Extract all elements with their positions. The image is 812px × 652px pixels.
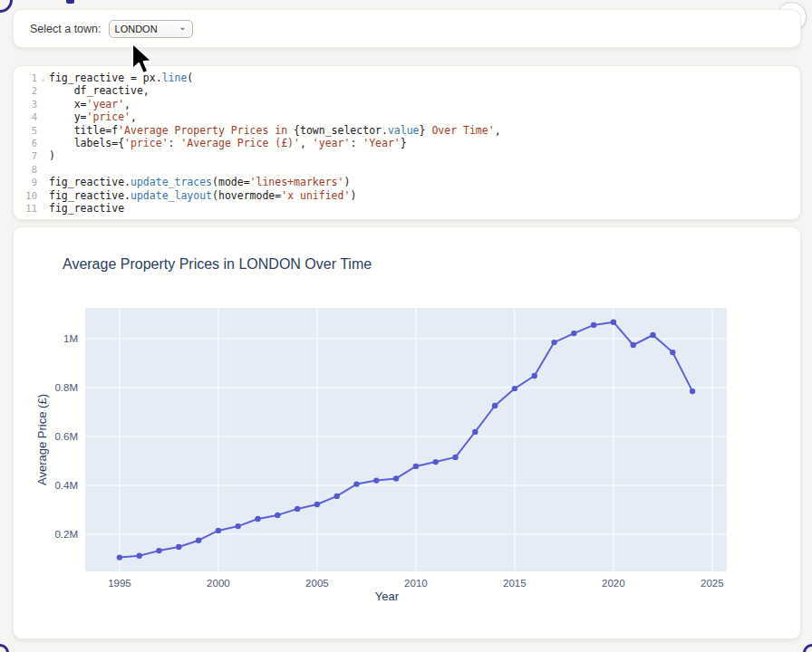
data-point[interactable] — [670, 350, 675, 355]
data-point[interactable] — [532, 373, 537, 379]
data-point[interactable] — [353, 481, 359, 486]
x-tick-label: 2000 — [207, 578, 230, 589]
fold-spacer — [37, 163, 49, 176]
y-tick-label: 1M — [63, 333, 78, 344]
code-text: ) — [49, 149, 800, 162]
data-point[interactable] — [373, 477, 379, 483]
code-line[interactable]: 6 labels={'price': 'Average Price (£)', … — [14, 137, 800, 149]
fold-spacer — [37, 189, 49, 202]
data-point[interactable] — [216, 528, 221, 533]
line-number: 8 — [14, 163, 37, 176]
data-point[interactable] — [433, 459, 439, 465]
corner-arc-decoration — [0, 0, 13, 13]
data-point[interactable] — [236, 523, 241, 529]
data-point[interactable] — [295, 506, 300, 512]
line-number: 7 — [14, 149, 37, 162]
y-tick-label: 0.4M — [54, 480, 78, 491]
data-point[interactable] — [137, 553, 142, 559]
line-number: 11 — [14, 202, 37, 215]
data-point[interactable] — [176, 544, 181, 550]
fold-spacer — [37, 149, 49, 162]
x-tick-label: 1995 — [108, 578, 131, 589]
x-tick-label: 2020 — [602, 578, 625, 589]
data-point[interactable] — [413, 464, 419, 469]
town-select-label: Select a town: — [30, 23, 102, 35]
line-number: 10 — [14, 189, 37, 202]
code-line[interactable]: 8 — [14, 163, 800, 176]
corner-arc-decoration — [0, 644, 9, 652]
code-line[interactable]: 5 title=f'Average Property Prices in {to… — [14, 124, 800, 137]
data-point[interactable] — [334, 494, 340, 499]
y-axis-title: Average Price (£) — [35, 394, 49, 485]
fold-spacer — [37, 137, 49, 149]
line-number: 5 — [14, 124, 37, 137]
code-line[interactable]: 11fig_reactive — [14, 202, 800, 215]
code-line[interactable]: 2 df_reactive, — [14, 84, 800, 97]
data-point[interactable] — [512, 386, 517, 391]
code-line[interactable]: 7) — [14, 149, 800, 162]
top-edge-mark-decoration — [66, 0, 74, 4]
fold-spacer — [37, 84, 49, 97]
x-tick-label: 2025 — [701, 578, 724, 589]
code-editor-cell[interactable]: 1⌄fig_reactive = px.line(2 df_reactive,3… — [13, 65, 801, 220]
data-point[interactable] — [650, 332, 655, 338]
code-line[interactable]: 9fig_reactive.update_traces(mode='lines+… — [14, 176, 800, 188]
data-point[interactable] — [492, 403, 498, 408]
code-text: fig_reactive.update_traces(mode='lines+m… — [49, 176, 800, 188]
line-number: 6 — [14, 137, 37, 149]
data-point[interactable] — [551, 340, 556, 345]
data-point[interactable] — [314, 502, 320, 507]
line-number: 2 — [14, 84, 37, 97]
x-tick-label: 2015 — [503, 578, 527, 589]
fold-chevron-icon[interactable]: ⌄ — [37, 72, 49, 84]
chart-output-cell: Average Property Prices in LONDON Over T… — [13, 226, 801, 639]
line-number: 3 — [14, 98, 37, 110]
y-tick-label: 0.6M — [54, 431, 78, 442]
data-point[interactable] — [196, 538, 201, 543]
data-point[interactable] — [690, 388, 695, 394]
corner-arc-decoration — [803, 644, 812, 652]
y-tick-label: 0.8M — [54, 382, 78, 393]
fold-spacer — [37, 110, 49, 123]
data-point[interactable] — [591, 322, 596, 328]
code-text: y='price', — [49, 110, 800, 123]
data-point[interactable] — [393, 475, 399, 481]
x-tick-label: 2005 — [305, 578, 329, 589]
line-number: 1 — [14, 72, 37, 84]
fold-spacer — [37, 124, 49, 137]
code-text: fig_reactive — [49, 202, 800, 215]
mouse-cursor-icon — [130, 42, 157, 78]
data-point[interactable] — [156, 548, 161, 553]
line-chart[interactable]: 19952000200520102015202020250.2M0.4M0.6M… — [14, 227, 800, 638]
town-select-dropdown[interactable]: LONDON ⌄ — [109, 20, 193, 38]
code-text: title=f'Average Property Prices in {town… — [49, 124, 800, 137]
fold-spacer — [37, 202, 49, 215]
fold-spacer — [37, 176, 49, 188]
data-point[interactable] — [571, 331, 576, 336]
data-point[interactable] — [631, 342, 636, 348]
code-lines: 1⌄fig_reactive = px.line(2 df_reactive,3… — [14, 72, 800, 215]
code-text: fig_reactive.update_layout(hovermode='x … — [49, 189, 800, 202]
town-select-value: LONDON — [115, 24, 158, 34]
data-point[interactable] — [611, 320, 616, 325]
y-tick-label: 0.2M — [54, 529, 78, 540]
plot-area — [85, 308, 727, 571]
x-tick-label: 2010 — [404, 578, 428, 589]
code-line[interactable]: 10fig_reactive.update_layout(hovermode='… — [14, 189, 800, 202]
data-point[interactable] — [255, 516, 260, 522]
code-line[interactable]: 3 x='year', — [14, 98, 800, 110]
fold-spacer — [37, 98, 49, 110]
chevron-down-icon: ⌄ — [179, 23, 186, 32]
code-text — [49, 163, 800, 176]
data-point[interactable] — [117, 554, 122, 560]
code-text: x='year', — [49, 98, 800, 110]
data-point[interactable] — [275, 513, 280, 518]
code-text: labels={'price': 'Average Price (£)', 'y… — [49, 137, 800, 149]
data-point[interactable] — [452, 455, 458, 460]
code-line[interactable]: 4 y='price', — [14, 110, 800, 123]
x-axis-title: Year — [375, 590, 400, 603]
code-text: df_reactive, — [49, 84, 800, 97]
line-number: 9 — [14, 176, 37, 188]
data-point[interactable] — [472, 429, 478, 435]
line-number: 4 — [14, 110, 37, 123]
